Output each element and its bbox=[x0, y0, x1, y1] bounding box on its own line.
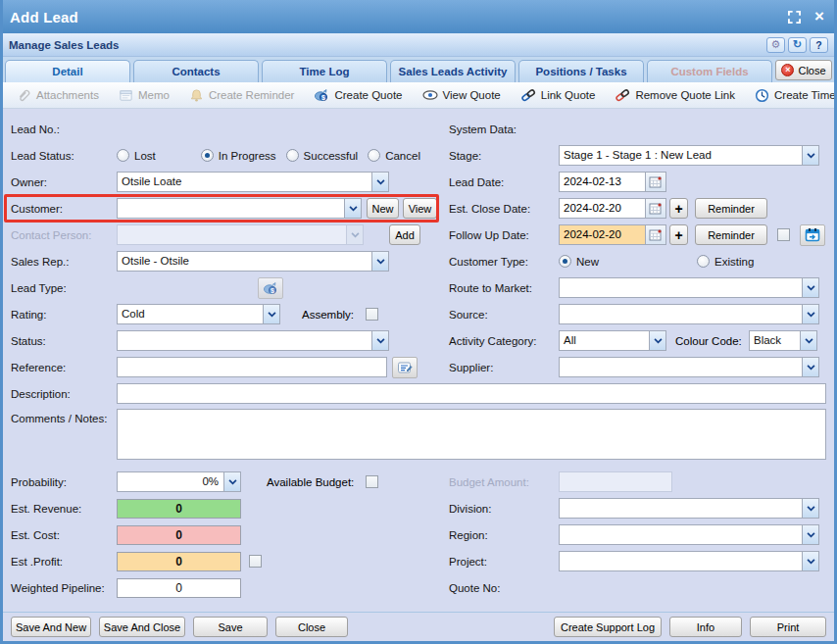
chevron-down-icon[interactable] bbox=[802, 146, 818, 165]
view-quote-button[interactable]: View Quote bbox=[415, 89, 509, 101]
source-label: Source: bbox=[449, 309, 559, 321]
close-icon[interactable]: × bbox=[812, 9, 827, 25]
colour-code-select[interactable]: Black bbox=[749, 330, 817, 351]
sales-rep-select[interactable]: Otsile - Otsile bbox=[117, 251, 389, 272]
lead-form: Lead No.: System Data: Lead Status: Lost… bbox=[3, 109, 834, 601]
chevron-down-icon[interactable] bbox=[344, 199, 361, 218]
tab-contacts-label: Contacts bbox=[172, 66, 220, 77]
radio-in-progress[interactable] bbox=[201, 149, 214, 162]
tab-sales-leads-activity[interactable]: Sales Leads Activity bbox=[390, 60, 516, 82]
create-reminder-label: Create Reminder bbox=[209, 89, 295, 101]
colour-code-label: Colour Code: bbox=[675, 335, 749, 347]
info-button[interactable]: Info bbox=[669, 617, 742, 637]
save-button[interactable]: Save bbox=[193, 617, 268, 637]
print-button[interactable]: Print bbox=[750, 617, 826, 637]
division-label: Division: bbox=[449, 503, 559, 515]
contact-add-button[interactable]: Add bbox=[389, 224, 420, 245]
est-close-reminder-button[interactable]: Reminder bbox=[695, 198, 767, 219]
chevron-down-icon[interactable] bbox=[800, 331, 816, 350]
quote-money-icon: $ bbox=[314, 87, 329, 103]
customer-new-button[interactable]: New bbox=[367, 198, 399, 219]
chevron-down-icon[interactable] bbox=[802, 552, 818, 570]
radio-lost[interactable] bbox=[117, 149, 129, 162]
chevron-down-icon[interactable] bbox=[371, 331, 388, 350]
rating-select[interactable]: Cold bbox=[117, 304, 280, 324]
lead-status-label: Lead Status: bbox=[11, 150, 117, 162]
chevron-down-icon[interactable] bbox=[371, 173, 388, 191]
refresh-button[interactable]: ↻ bbox=[788, 37, 807, 53]
source-select[interactable] bbox=[559, 304, 819, 324]
chevron-down-icon[interactable] bbox=[802, 305, 818, 323]
add-date-button[interactable]: + bbox=[669, 224, 688, 245]
settings-button[interactable]: ⚙ bbox=[766, 37, 785, 53]
close-form-button[interactable]: Close bbox=[275, 617, 348, 637]
chevron-down-icon[interactable] bbox=[802, 278, 818, 297]
activity-category-select[interactable]: All bbox=[559, 330, 666, 351]
tab-positions-tasks-label: Positions / Tasks bbox=[535, 66, 626, 77]
lead-date-input[interactable]: 2024-02-13 bbox=[559, 172, 666, 192]
radio-lost-label: Lost bbox=[134, 150, 156, 162]
chevron-down-icon[interactable] bbox=[802, 525, 818, 544]
stage-select[interactable]: Stage 1 - Stage 1 : New Lead bbox=[559, 145, 819, 166]
owner-select[interactable]: Otsile Loate bbox=[117, 172, 389, 192]
system-data-label: System Data: bbox=[449, 124, 559, 135]
reference-input[interactable] bbox=[117, 357, 387, 377]
chevron-down-icon[interactable] bbox=[802, 358, 818, 376]
customer-view-button[interactable]: View bbox=[403, 198, 437, 219]
create-support-log-button[interactable]: Create Support Log bbox=[554, 617, 662, 637]
bell-icon bbox=[189, 88, 204, 103]
tab-time-log[interactable]: Time Log bbox=[262, 60, 387, 82]
tab-contacts[interactable]: Contacts bbox=[133, 60, 259, 82]
chevron-down-icon[interactable] bbox=[371, 252, 388, 271]
tab-detail[interactable]: Detail bbox=[5, 60, 130, 82]
lead-type-button[interactable]: $ bbox=[258, 277, 283, 299]
help-button[interactable]: ? bbox=[810, 37, 828, 53]
save-and-new-button[interactable]: Save And New bbox=[11, 617, 91, 637]
follow-up-date-input[interactable]: 2024-02-20 bbox=[559, 224, 666, 245]
action-toolbar: Attachments Memo Create Reminder $ Creat… bbox=[3, 82, 834, 109]
create-support-log-label: Create Support Log bbox=[561, 621, 655, 633]
add-date-button[interactable]: + bbox=[669, 198, 688, 219]
radio-customer-existing[interactable] bbox=[697, 255, 710, 268]
follow-up-reminder-button[interactable]: Reminder bbox=[695, 224, 767, 245]
comments-textarea[interactable] bbox=[117, 409, 826, 460]
available-budget-checkbox[interactable] bbox=[366, 475, 378, 488]
customer-select[interactable] bbox=[117, 198, 362, 219]
close-button[interactable]: × Close bbox=[775, 60, 832, 80]
calendar-icon[interactable] bbox=[645, 225, 665, 244]
maximize-icon[interactable] bbox=[786, 9, 802, 25]
region-select[interactable] bbox=[559, 524, 819, 545]
create-quote-button[interactable]: $ Create Quote bbox=[306, 87, 410, 103]
radio-customer-new[interactable] bbox=[559, 255, 571, 268]
link-quote-button[interactable]: Link Quote bbox=[513, 88, 604, 102]
save-and-close-button[interactable]: Save And Close bbox=[99, 617, 185, 637]
calendar-icon[interactable] bbox=[645, 173, 665, 191]
division-select[interactable] bbox=[559, 498, 819, 519]
chevron-down-icon[interactable] bbox=[263, 305, 279, 323]
chevron-down-icon[interactable] bbox=[223, 472, 240, 491]
follow-up-checkbox[interactable] bbox=[777, 228, 790, 241]
status-select[interactable] bbox=[117, 330, 389, 351]
probability-select[interactable]: 0% bbox=[117, 471, 241, 492]
est-close-date-input[interactable]: 2024-02-20 bbox=[559, 198, 666, 219]
chevron-down-icon[interactable] bbox=[649, 331, 665, 350]
route-to-market-select[interactable] bbox=[559, 277, 819, 298]
supplier-select[interactable] bbox=[559, 357, 819, 377]
print-label: Print bbox=[777, 621, 800, 633]
assembly-checkbox[interactable] bbox=[366, 308, 378, 321]
project-value bbox=[560, 552, 802, 570]
open-calendar-button[interactable] bbox=[800, 224, 825, 246]
project-select[interactable] bbox=[559, 551, 819, 571]
weighted-pipeline-input[interactable]: 0 bbox=[117, 578, 241, 598]
reference-notes-button[interactable] bbox=[392, 357, 418, 378]
radio-successful[interactable] bbox=[286, 149, 299, 162]
chevron-down-icon[interactable] bbox=[802, 499, 818, 518]
description-input[interactable] bbox=[117, 383, 826, 404]
tab-sales-leads-activity-label: Sales Leads Activity bbox=[399, 66, 508, 77]
est-profit-checkbox[interactable] bbox=[249, 555, 262, 568]
create-time-log-button[interactable]: Create Time Log bbox=[747, 88, 837, 103]
radio-cancel[interactable] bbox=[368, 149, 380, 162]
remove-quote-link-button[interactable]: Remove Quote Link bbox=[607, 88, 743, 102]
calendar-icon[interactable] bbox=[645, 199, 665, 218]
tab-positions-tasks[interactable]: Positions / Tasks bbox=[518, 60, 644, 82]
